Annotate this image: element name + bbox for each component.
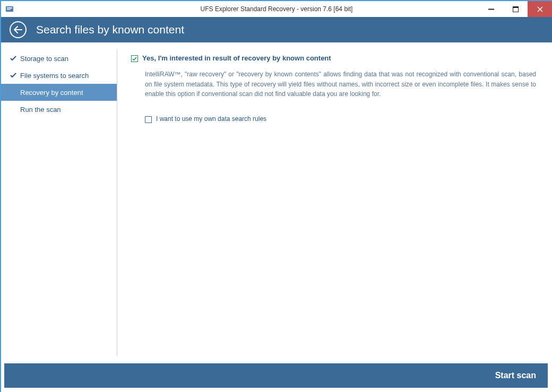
content-panel: Yes, I'm interested in result of recover… bbox=[117, 42, 552, 363]
maximize-button[interactable] bbox=[503, 1, 528, 17]
minimize-button[interactable] bbox=[479, 1, 503, 17]
own-rules-checkbox-row[interactable]: I want to use my own data search rules bbox=[145, 115, 536, 123]
own-rules-checkbox-label: I want to use my own data search rules bbox=[156, 115, 266, 123]
title-bar: UFS Explorer Standard Recovery - version… bbox=[1, 1, 552, 17]
sidebar-item-label: File systems to search bbox=[20, 72, 89, 80]
sidebar-item-filesystems[interactable]: File systems to search bbox=[1, 67, 117, 84]
window-controls bbox=[479, 1, 552, 17]
arrow-left-icon bbox=[14, 26, 22, 33]
wizard-sidebar: Storage to scan File systems to search R… bbox=[1, 42, 117, 363]
close-button[interactable] bbox=[528, 1, 552, 17]
checkmark-icon bbox=[132, 57, 137, 61]
sidebar-item-run[interactable]: Run the scan bbox=[1, 101, 117, 118]
svg-rect-2 bbox=[7, 9, 11, 10]
back-button[interactable] bbox=[10, 21, 27, 38]
sidebar-item-storage[interactable]: Storage to scan bbox=[1, 50, 117, 67]
app-icon bbox=[5, 5, 14, 13]
description-text: IntelliRAW™, "raw recovery" or "recovery… bbox=[145, 69, 536, 99]
svg-rect-3 bbox=[488, 8, 494, 10]
check-icon bbox=[8, 56, 18, 61]
main-body: Storage to scan File systems to search R… bbox=[1, 42, 552, 363]
check-icon bbox=[8, 73, 18, 78]
interested-checkbox[interactable] bbox=[131, 55, 138, 62]
svg-rect-5 bbox=[513, 6, 519, 8]
sidebar-item-label: Recovery by content bbox=[20, 89, 83, 97]
svg-rect-1 bbox=[7, 7, 12, 8]
interested-checkbox-row[interactable]: Yes, I'm interested in result of recover… bbox=[131, 54, 536, 62]
own-rules-checkbox[interactable] bbox=[145, 116, 152, 123]
sidebar-item-recovery[interactable]: Recovery by content bbox=[1, 84, 117, 101]
window-title: UFS Explorer Standard Recovery - version… bbox=[1, 5, 552, 13]
sidebar-item-label: Storage to scan bbox=[20, 55, 68, 63]
start-scan-button[interactable]: Start scan bbox=[495, 371, 536, 380]
sidebar-item-label: Run the scan bbox=[20, 106, 61, 114]
interested-checkbox-label: Yes, I'm interested in result of recover… bbox=[142, 54, 331, 62]
page-title: Search files by known content bbox=[36, 23, 184, 36]
footer-bar: Start scan bbox=[4, 363, 548, 388]
page-header: Search files by known content bbox=[1, 17, 552, 42]
